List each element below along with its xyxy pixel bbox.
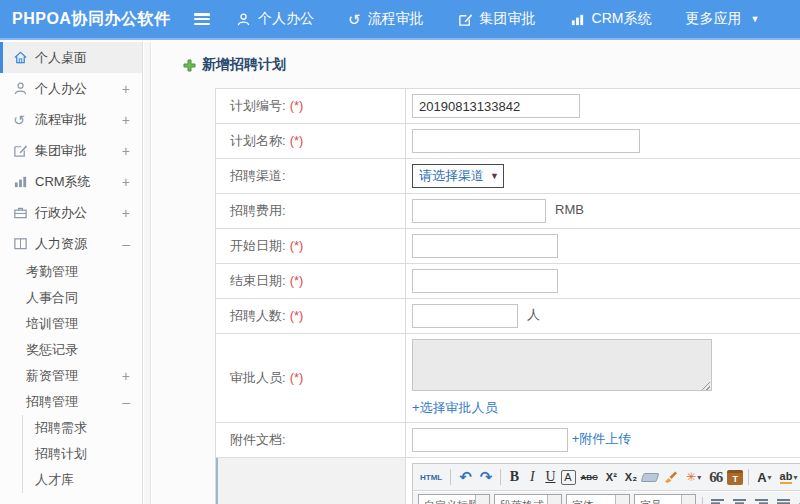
end-date-input[interactable] [412,269,558,293]
form-table: 计划编号:(*) 计划名称:(*) 招聘渠道: 请选择渠道 ▼ 招聘费用: RM… [215,88,800,504]
paragraph-format-dropdown[interactable]: 段落格式 ▾ [494,494,562,504]
sidebar-item-hr[interactable]: 人力资源 – [0,228,142,259]
html-source-button[interactable]: HTML [417,466,445,488]
redo-button[interactable]: ↷ [477,466,496,488]
attachment-input[interactable] [412,428,568,452]
headcount-input[interactable] [412,304,518,328]
sidebar-item-desktop[interactable]: 个人桌面 [0,42,142,73]
top-nav: 个人办公 ↺ 流程审批 集团审批 CRM系统 更多应用 ▼ [236,10,759,28]
align-left-button[interactable] [708,494,728,504]
highlight-button[interactable]: ab▾ [777,466,800,488]
process-icon: ↺ [348,12,361,27]
sidebar-item-recruit-plan[interactable]: 招聘计划 [23,441,142,467]
superscript-button[interactable]: X² [603,466,620,488]
font-color-button[interactable]: A▾ [754,466,774,488]
subscript-button[interactable]: X₂ [622,466,640,488]
plan-name-row: 计划名称:(*) [216,124,800,159]
nav-label: CRM系统 [592,10,652,28]
sidebar-item-recruitment[interactable]: 招聘管理 – [0,389,142,415]
sidebar-item-training[interactable]: 培训管理 [0,311,142,337]
expand-icon[interactable]: + [122,368,130,384]
menu-toggle-icon[interactable] [194,13,210,25]
align-center-button[interactable] [730,494,750,504]
sidebar-item-label: 招聘需求 [35,419,87,437]
field-label: 审批人员: [230,370,286,385]
italic-button[interactable]: I [524,466,540,488]
heading-dropdown[interactable]: 自定义标题 ▾ [418,494,490,504]
sidebar-item-label: 培训管理 [26,315,130,333]
underline-button[interactable]: U [542,466,558,488]
auto-format-button[interactable]: ✳▾ [683,466,704,488]
boxed-a-button[interactable]: A [561,470,576,485]
align-right-button[interactable] [752,494,772,504]
fee-input[interactable] [412,199,546,223]
nav-group-approval[interactable]: 集团审批 [458,10,536,28]
plan-name-input[interactable] [412,129,640,153]
expand-icon[interactable]: + [122,112,130,128]
rich-text-editor: HTML ↶ ↷ B I U A ABC X² X₂ [412,463,800,504]
bar-chart-icon [570,12,585,27]
sidebar-item-attendance[interactable]: 考勤管理 [0,259,142,285]
expand-icon[interactable]: + [122,174,130,190]
sidebar-item-label: 招聘管理 [26,393,122,411]
sidebar-item-rewards[interactable]: 奖惩记录 [0,337,142,363]
nav-more-apps[interactable]: 更多应用 ▼ [685,10,759,28]
paste-button[interactable]: T [727,470,743,485]
process-icon: ↺ [13,112,35,128]
eraser-button[interactable] [641,473,660,482]
sidebar-item-talent-pool[interactable]: 人才库 [23,467,142,493]
sidebar-item-admin-office[interactable]: 行政办公 + [0,197,142,228]
sidebar-item-crm[interactable]: CRM系统 + [0,166,142,197]
blockquote-button[interactable]: 66 [706,466,725,488]
editor-toolbar-row1: HTML ↶ ↷ B I U A ABC X² X₂ [413,464,800,491]
caret-down-icon: ▼ [750,14,759,24]
user-icon [13,81,35,96]
bold-button[interactable]: B [506,466,522,488]
toolbar-separator [500,469,501,485]
sidebar-item-group-approval[interactable]: 集团审批 + [0,135,142,166]
channel-select[interactable]: 请选择渠道 ▼ [412,164,504,188]
expand-icon[interactable]: + [122,81,130,97]
approver-textarea[interactable] [412,339,712,391]
approver-row: 审批人员:(*) +选择审批人员 [216,334,800,423]
nav-label: 流程审批 [368,10,424,28]
font-family-dropdown[interactable]: 字体 ▾ [566,494,630,504]
sidebar-item-salary[interactable]: 薪资管理 + [0,363,142,389]
sidebar-item-recruit-demand[interactable]: 招聘需求 [23,415,142,441]
format-brush-button[interactable] [660,466,681,488]
attachment-upload-link[interactable]: +附件上传 [572,431,632,446]
nav-process-approval[interactable]: ↺ 流程审批 [348,10,424,28]
expand-icon[interactable]: + [122,143,130,159]
choose-approver-link[interactable]: +选择审批人员 [412,399,800,417]
required-marker: (*) [290,370,304,385]
sidebar-item-personal-office[interactable]: 个人办公 + [0,73,142,104]
sidebar-item-process-approval[interactable]: ↺ 流程审批 + [0,104,142,135]
nav-personal-office[interactable]: 个人办公 [236,10,314,28]
field-label: 计划名称: [230,133,286,148]
start-date-row: 开始日期:(*) [216,229,800,264]
expand-icon[interactable]: – [122,394,130,410]
sidebar-item-hr-contract[interactable]: 人事合同 [0,285,142,311]
plan-number-input[interactable] [412,94,580,118]
sidebar-item-label: 个人桌面 [35,49,130,67]
required-marker: (*) [290,308,304,323]
magic-icon: ✳ [686,470,696,484]
channel-select-value: 请选择渠道 [419,167,484,185]
toolbar-separator [450,469,451,485]
caret-down-icon: ▾ [768,473,772,482]
sidebar-item-label: 人力资源 [35,235,122,253]
end-date-row: 结束日期:(*) [216,264,800,299]
link-button[interactable] [796,494,800,504]
start-date-input[interactable] [412,234,558,258]
required-marker: (*) [290,238,304,253]
strikethrough-button[interactable]: ABC [578,466,601,488]
expand-icon[interactable]: – [122,236,130,252]
sidebar-divider [144,42,151,504]
undo-button[interactable]: ↶ [456,466,475,488]
nav-crm-system[interactable]: CRM系统 [570,10,652,28]
font-size-dropdown[interactable]: 字号 ▾ [634,494,696,504]
expand-icon[interactable]: + [122,205,130,221]
align-justify-button[interactable] [774,494,794,504]
field-label: 招聘渠道: [230,168,286,183]
caret-down-icon: ▾ [793,473,797,482]
